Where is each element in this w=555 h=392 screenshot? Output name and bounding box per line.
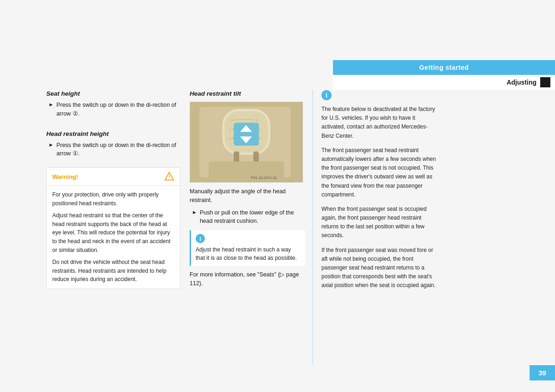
svg-text:P91.10-2471-31: P91.10-2471-31 [251, 176, 278, 180]
right-para-3: When the front passenger seat is occupie… [321, 205, 439, 240]
warning-box: Warning! ! For your protection, drive on… [46, 167, 180, 289]
more-info-text: For more information, see "Seats" (▷ pag… [190, 270, 305, 288]
info-box: i Adjust the head restraint in such a wa… [190, 230, 305, 266]
right-para-4: If the front passenger seat was moved fo… [321, 246, 439, 290]
bullet-arrow-1: ► [49, 102, 54, 107]
warning-header: Warning! ! [47, 168, 180, 186]
getting-started-bar: Getting started [333, 60, 555, 75]
right-para-2: The front passenger seat head restraint … [321, 146, 439, 199]
info-box-text: Adjust the head restraint in such a way … [196, 246, 297, 261]
warning-title: Warning! [52, 173, 78, 180]
warning-content: For your protection, drive only with pro… [47, 186, 180, 288]
warning-para-3: Do not drive the vehicle without the sea… [52, 258, 174, 284]
head-restraint-tilt-heading: Head restraint tilt [190, 90, 305, 97]
warning-triangle-icon: ! [164, 172, 174, 182]
header-bar: Getting started Adjusting [333, 60, 555, 90]
left-column: Seat height ► Press the switch up or dow… [46, 90, 190, 364]
push-pull-text: Push or pull on the lower edge of the he… [200, 208, 305, 226]
seat-height-heading: Seat height [46, 90, 180, 97]
manually-text: Manually adjust the angle of the head re… [190, 187, 305, 205]
bullet-arrow-3: ► [192, 209, 197, 215]
right-column: i The feature below is deactivated at th… [312, 90, 439, 364]
head-restraint-image: P91.10-2471-31 [190, 102, 303, 183]
head-restraint-height-text: Press the switch up or down in the di-re… [56, 141, 180, 159]
warning-para-1: For your protection, drive only with pro… [52, 190, 174, 208]
head-restraint-height-bullet: ► Press the switch up or down in the di-… [46, 141, 180, 159]
content-area: Seat height ► Press the switch up or dow… [46, 90, 555, 364]
page-container: Getting started Adjusting Seat height ► … [0, 0, 555, 392]
info-icon: i [196, 234, 205, 243]
warning-para-2: Adjust head restraint so that the center… [52, 211, 174, 254]
middle-column: Head restraint tilt [190, 90, 312, 364]
seat-height-text: Press the switch up or down in the di-re… [56, 101, 180, 118]
head-restraint-svg: P91.10-2471-31 [190, 102, 302, 182]
adjusting-label: Adjusting [506, 79, 536, 86]
adjusting-black-box [540, 77, 550, 87]
seat-height-bullet: ► Press the switch up or down in the di-… [46, 101, 180, 118]
spacer-1 [46, 122, 180, 130]
svg-text:!: ! [168, 175, 170, 180]
head-restraint-height-heading: Head restraint height [46, 130, 180, 137]
page-number: 39 [530, 365, 555, 380]
adjusting-bar: Adjusting [333, 75, 555, 90]
push-pull-bullet: ► Push or pull on the lower edge of the … [190, 208, 305, 226]
right-info-icon: i [321, 90, 332, 100]
bullet-arrow-2: ► [49, 142, 54, 147]
getting-started-label: Getting started [419, 64, 469, 71]
right-para-1: The feature below is deactivated at the … [321, 105, 439, 141]
